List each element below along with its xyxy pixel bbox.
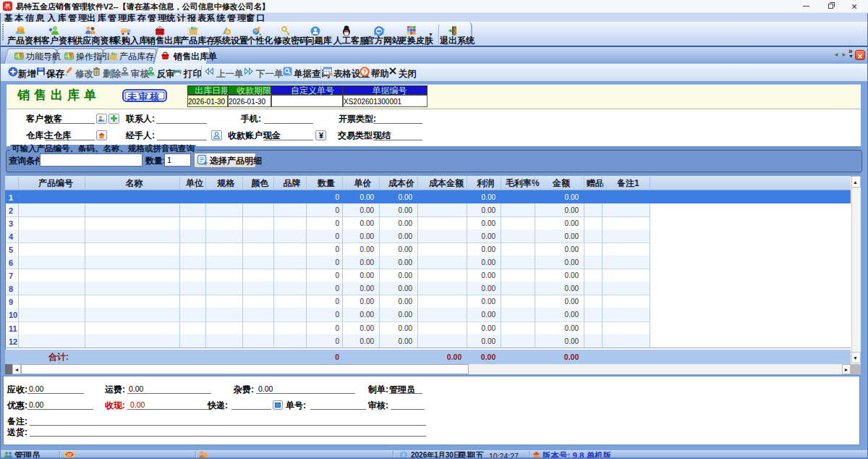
- svg-text:?: ?: [362, 68, 366, 75]
- svg-text:VIP: VIP: [67, 453, 72, 457]
